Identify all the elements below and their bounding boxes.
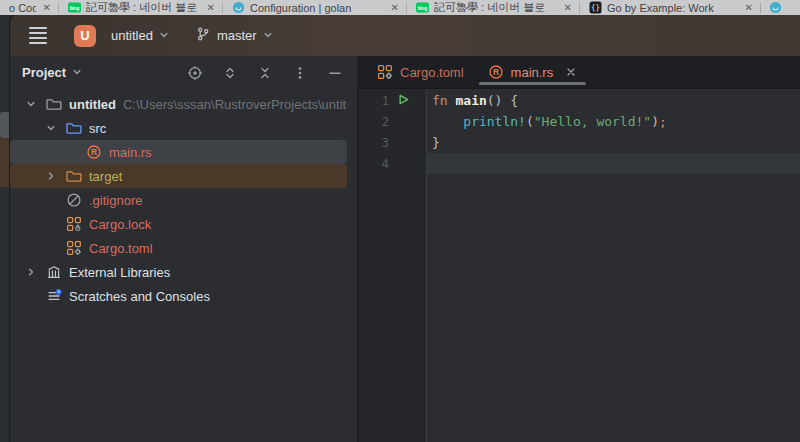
tree-item-label: External Libraries xyxy=(69,265,170,280)
ide-window: U untitled master Project untitledC:\Use… xyxy=(9,15,800,442)
svg-text:R: R xyxy=(91,147,97,157)
code-text: } xyxy=(432,135,440,150)
tree-item--gitignore[interactable]: .gitignore xyxy=(10,188,347,212)
tree-item-label: Cargo.lock xyxy=(89,217,151,232)
project-panel-header: Project xyxy=(10,56,357,89)
hide-button[interactable] xyxy=(327,65,343,81)
folder-icon xyxy=(66,168,82,184)
close-tab-icon[interactable] xyxy=(565,66,577,78)
locate-button[interactable] xyxy=(187,65,203,81)
browser-tab-title: Go by Example: Work xyxy=(607,2,738,14)
editor-tab-bar: Cargo.tomlRmain.rs xyxy=(359,56,800,89)
line-number: 1 xyxy=(359,94,389,108)
browser-tab[interactable]: blog記可魯學 : 네이버 블로✕ xyxy=(59,0,222,15)
line-number: 2 xyxy=(359,115,389,129)
background-blob xyxy=(0,112,9,138)
code-line: 1fn main() { xyxy=(359,90,800,111)
svg-text:blog: blog xyxy=(70,6,80,11)
tree-item-label: src xyxy=(89,121,106,136)
tree-item-untitled[interactable]: untitledC:\Users\sssan\RustroverProjects… xyxy=(10,92,347,116)
browser-tab[interactable]: Configuration | golan✕ xyxy=(223,0,406,15)
tree-item-label: untitled xyxy=(69,97,116,112)
tree-item-scratches-and-consoles[interactable]: Scratches and Consoles xyxy=(10,284,347,308)
main-menu-button[interactable] xyxy=(29,27,47,44)
cargo-icon xyxy=(377,64,393,80)
code-line: 2 println!("Hello, world!"); xyxy=(359,111,800,132)
tree-item-label: Scratches and Consoles xyxy=(69,289,210,304)
chevron-right-icon[interactable] xyxy=(46,169,56,184)
close-tab-icon[interactable]: ✕ xyxy=(41,2,51,13)
svg-text:{}: {} xyxy=(591,3,600,12)
editor-tab-cargo-toml[interactable]: Cargo.toml xyxy=(365,56,476,88)
chevron-right-icon[interactable] xyxy=(26,265,36,280)
teal-favicon-icon xyxy=(232,1,245,14)
close-tab-icon[interactable]: ✕ xyxy=(562,2,572,13)
code-text: println!("Hello, world!"); xyxy=(432,114,667,129)
line-number: 3 xyxy=(359,136,389,150)
tree-item-label: main.rs xyxy=(109,145,152,160)
tool-window-title[interactable]: Project xyxy=(22,65,82,80)
code-line: 3} xyxy=(359,132,800,153)
project-tool-window: Project untitledC:\Users\sssan\Rustrover… xyxy=(10,56,359,442)
tree-item-main-rs[interactable]: Rmain.rs xyxy=(10,140,347,164)
tree-item-target[interactable]: target xyxy=(10,164,347,188)
chevron-down-icon xyxy=(159,28,169,43)
cargo-lock-icon xyxy=(66,216,82,232)
editor-tab-label: Cargo.toml xyxy=(400,65,464,80)
line-number: 4 xyxy=(359,157,389,171)
scratch-icon xyxy=(46,288,62,304)
close-tab-icon[interactable]: ✕ xyxy=(389,2,399,13)
tree-item-label: Cargo.toml xyxy=(89,241,153,256)
background-window-sliver xyxy=(0,15,9,442)
project-switcher[interactable]: U untitled xyxy=(74,25,169,47)
tree-item-cargo-toml[interactable]: Cargo.toml xyxy=(10,236,347,260)
chevron-down-icon xyxy=(72,65,82,80)
more-button[interactable] xyxy=(292,65,308,81)
library-icon xyxy=(46,264,62,280)
browser-tab-title: 記可魯學 : 네이버 블로 xyxy=(434,0,557,15)
git-branch-icon xyxy=(195,26,211,45)
browser-tab[interactable]: o Code✕ xyxy=(0,0,58,15)
tree-item-label: .gitignore xyxy=(89,193,142,208)
project-path: C:\Users\sssan\RustroverProjects\untitl xyxy=(123,97,347,112)
tree-item-cargo-lock[interactable]: Cargo.lock xyxy=(10,212,347,236)
browser-tab-title: o Code xyxy=(9,2,36,14)
rust-file-icon: R xyxy=(86,144,102,160)
browser-tab-title: 記可魯學 : 네이버 블로 xyxy=(86,0,200,15)
code-text: fn main() { xyxy=(432,93,518,108)
naver-favicon-icon: blog xyxy=(68,1,81,14)
editor-area: Cargo.tomlRmain.rs 1fn main() {2 println… xyxy=(359,56,800,442)
rust-file-icon: R xyxy=(488,64,504,80)
tree-item-src[interactable]: src xyxy=(10,116,347,140)
project-name: untitled xyxy=(111,28,153,43)
chevron-down-icon[interactable] xyxy=(26,97,36,112)
code-editor[interactable]: 1fn main() {2 println!("Hello, world!");… xyxy=(359,89,800,442)
browser-tab-title: Configuration | golan xyxy=(250,2,384,14)
svg-text:R: R xyxy=(493,67,499,77)
chevron-down-icon[interactable] xyxy=(46,121,56,136)
ide-main-toolbar: U untitled master xyxy=(10,15,800,56)
branch-name: master xyxy=(217,28,257,43)
code-line: 4 xyxy=(359,153,800,174)
naver-favicon-icon: blog xyxy=(416,1,429,14)
noentry-icon xyxy=(66,192,82,208)
cargo-icon xyxy=(66,240,82,256)
tree-item-external-libraries[interactable]: External Libraries xyxy=(10,260,347,284)
editor-tab-main-rs[interactable]: Rmain.rs xyxy=(476,56,590,88)
run-icon[interactable] xyxy=(397,91,410,110)
tab-separator xyxy=(760,3,761,13)
project-avatar: U xyxy=(74,25,96,47)
close-tab-icon[interactable]: ✕ xyxy=(743,2,753,13)
browser-tab[interactable]: {}Go by Example: Work✕ xyxy=(580,0,760,15)
close-tab-icon[interactable]: ✕ xyxy=(205,2,215,13)
browser-tab[interactable]: blog記可魯學 : 네이버 블로✕ xyxy=(407,0,579,15)
svg-text:blog: blog xyxy=(418,6,428,11)
tree-item-label: target xyxy=(89,169,122,184)
teal-favicon-icon xyxy=(769,1,782,14)
collapse-button[interactable] xyxy=(257,65,273,81)
expand-button[interactable] xyxy=(222,65,238,81)
editor-tab-label: main.rs xyxy=(511,65,554,80)
vcs-branch-button[interactable]: master xyxy=(195,26,273,45)
braces-favicon-icon: {} xyxy=(589,1,602,14)
background-blob xyxy=(0,138,9,187)
